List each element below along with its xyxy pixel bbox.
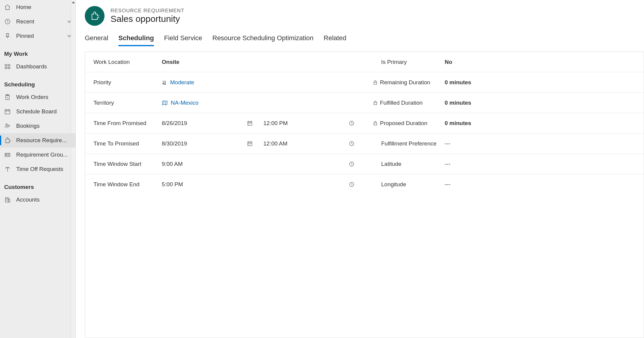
svg-point-11 [6,154,7,155]
svg-rect-22 [374,103,377,105]
clock-icon[interactable] [349,121,356,126]
sidebar-item-label: Schedule Board [16,108,57,115]
field-longitude[interactable]: Longitude --- [365,174,644,195]
field-time-from-promised[interactable]: Time From Promised 8/26/2019 12:00 PM [85,113,365,133]
svg-rect-4 [8,67,10,69]
puzzle-icon [4,137,11,144]
sidebar-group-title: My Work [4,51,28,57]
svg-rect-12 [5,198,8,202]
person-icon [4,123,11,129]
form-tabs: General Scheduling Field Service Resourc… [85,34,644,46]
tab-related[interactable]: Related [324,34,347,46]
field-territory[interactable]: Territory NA-Mexico [85,93,365,113]
svg-rect-7 [5,110,10,114]
svg-point-8 [6,124,7,126]
field-value: 0 minutes [445,79,636,86]
field-label: Latitude [381,161,402,167]
sidebar-item-requirement-groups[interactable]: Requirement Grou... [0,148,75,162]
svg-rect-21 [374,82,377,84]
field-latitude[interactable]: Latitude --- [365,154,644,174]
card-icon [4,151,11,158]
sidebar-item-dashboards[interactable]: Dashboards [0,59,75,74]
sidebar-group-title: Scheduling [4,81,35,88]
entity-icon [85,6,105,26]
clock-icon[interactable] [349,161,356,167]
form-column-right: Is Primary No Remaining Duration 0 minut… [365,52,644,338]
sidebar-group-title: Customers [4,184,34,190]
field-fulfillment-preference[interactable]: Fulfillment Preference --- [365,133,644,154]
header-titles: RESOURCE REQUIREMENT Sales opportunity [111,8,185,24]
sidebar-item-label: Recent [16,18,34,25]
date-value: 8/30/2019 [162,140,187,147]
time-value: 12:00 AM [263,140,287,147]
sidebar-item-work-orders[interactable]: Work Orders [0,90,75,104]
sidebar-item-label: Dashboards [16,63,47,70]
field-label: Time To Promised [93,140,162,147]
field-proposed-duration: Proposed Duration 0 minutes [365,113,644,133]
sidebar-item-time-off-requests[interactable]: Time Off Requests [0,162,75,176]
sidebar-group-scheduling: Scheduling [0,74,75,90]
tab-resource-scheduling-optimization[interactable]: Resource Scheduling Optimization [212,34,314,46]
tab-field-service[interactable]: Field Service [164,34,202,46]
field-label: Is Primary [381,59,407,65]
field-label: Proposed Duration [380,120,427,127]
sidebar-item-label: Pinned [16,33,34,39]
calendar-icon[interactable] [247,141,254,146]
home-icon [4,4,11,10]
svg-rect-2 [8,64,10,66]
field-value: Moderate [162,79,356,86]
record-header: RESOURCE REQUIREMENT Sales opportunity [85,6,644,34]
clock-icon [4,18,11,25]
priority-icon [162,80,167,85]
field-value: --- [445,161,636,167]
sidebar-group-my-work: My Work [0,43,75,59]
dashboard-icon [4,63,11,70]
field-fulfilled-duration: Fulfilled Duration 0 minutes [365,93,644,113]
sidebar-item-accounts[interactable]: Accounts [0,193,75,207]
field-label: Time Window End [93,181,162,188]
sidebar-group-customers: Customers [0,176,75,193]
entity-type-label: RESOURCE REQUIREMENT [111,8,185,14]
field-value: --- [445,140,636,147]
field-label: Work Location [93,59,162,65]
field-value: No [445,59,636,65]
tab-scheduling[interactable]: Scheduling [118,34,154,46]
sidebar-item-bookings[interactable]: Bookings [0,119,75,133]
field-work-location[interactable]: Work Location Onsite [85,52,365,72]
field-is-primary[interactable]: Is Primary No [365,52,644,72]
priority-value: Moderate [170,79,194,86]
field-time-window-end[interactable]: Time Window End 5:00 PM [85,174,365,195]
sidebar-item-label: Time Off Requests [16,166,63,172]
sidebar-item-home[interactable]: Home [0,0,75,14]
calendar-icon[interactable] [247,121,254,126]
clipboard-icon [4,94,11,100]
lock-icon [373,100,378,105]
field-label: Longitude [381,181,406,188]
clock-icon[interactable] [349,182,356,187]
lock-icon [373,80,378,85]
sidebar-item-resource-requirements[interactable]: Resource Require... [0,133,75,148]
clock-icon[interactable] [349,141,356,146]
form-column-left: Work Location Onsite Priority Moderate T… [85,52,365,338]
sidebar-item-pinned[interactable]: Pinned [0,29,75,43]
sidebar-item-recent[interactable]: Recent [0,14,75,29]
field-time-window-start[interactable]: Time Window Start 9:00 AM [85,154,365,174]
calendar-icon [4,108,11,115]
main-content: RESOURCE REQUIREMENT Sales opportunity G… [76,0,644,338]
form-panel: Work Location Onsite Priority Moderate T… [85,52,644,338]
svg-rect-23 [374,123,377,125]
sidebar-item-schedule-board[interactable]: Schedule Board [0,104,75,119]
field-label: Time From Promised [93,120,162,127]
svg-point-9 [8,125,10,126]
field-value: Onsite [162,59,356,65]
field-label: Priority [93,79,162,86]
field-time-to-promised[interactable]: Time To Promised 8/30/2019 12:00 AM [85,133,365,154]
record-title: Sales opportunity [111,14,185,24]
svg-rect-1 [5,64,7,66]
sidebar: Home Recent Pinned My Work Dashboards Sc… [0,0,76,338]
field-priority[interactable]: Priority Moderate [85,72,365,93]
sidebar-item-label: Bookings [16,123,40,129]
tab-general[interactable]: General [85,34,108,46]
field-remaining-duration: Remaining Duration 0 minutes [365,72,644,93]
time-value: 12:00 PM [263,120,288,127]
